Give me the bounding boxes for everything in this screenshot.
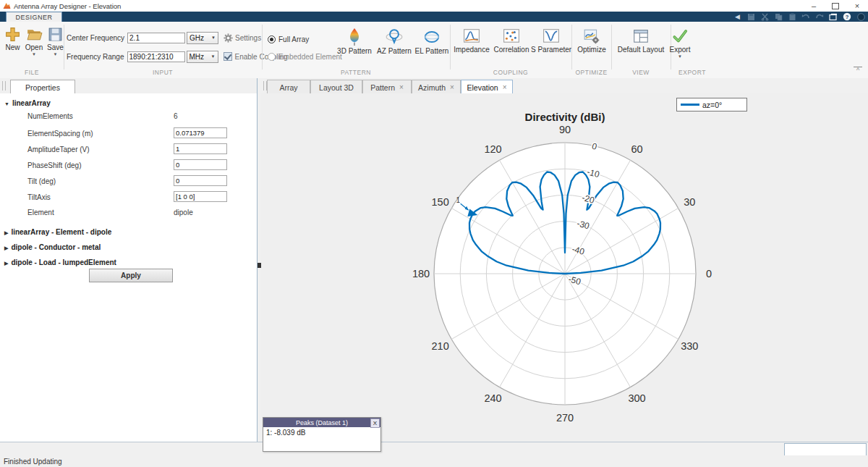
frequency-range-input[interactable] — [127, 51, 185, 62]
correlation-label: Correlation — [492, 46, 531, 54]
embedded-element-label: Embedded Element — [278, 53, 342, 61]
el-pattern-button[interactable]: EL Pattern — [414, 28, 450, 55]
impedance-button[interactable]: Impedance — [453, 28, 490, 54]
close-icon[interactable]: × — [399, 83, 404, 91]
qa-save-icon[interactable] — [746, 13, 755, 21]
qa-copy-icon[interactable] — [774, 13, 783, 21]
impedance-label: Impedance — [453, 46, 490, 54]
polar-plot[interactable]: 103060901201501802102402703003300-10-20-… — [261, 93, 868, 442]
default-layout-button[interactable]: Default Layout — [613, 28, 668, 54]
default-layout-label: Default Layout — [613, 46, 668, 54]
3d-pattern-label: 3D Pattern — [334, 47, 375, 55]
qa-undo-icon[interactable] — [801, 13, 810, 21]
new-button[interactable]: New — [3, 26, 22, 51]
correlation-button[interactable]: Correlation — [492, 28, 531, 54]
center-frequency-input[interactable] — [127, 33, 185, 43]
app-window: Antenna Array Designer - Elevation – × D… — [0, 0, 868, 467]
frequency-range-unit: MHz — [190, 53, 205, 61]
section-divider — [262, 25, 263, 70]
panel-grip[interactable] — [2, 81, 6, 91]
section-input: INPUT — [64, 69, 262, 77]
peaks-close-button[interactable]: X — [370, 418, 380, 428]
maximize-button[interactable] — [825, 0, 846, 12]
angular-tick-label: 0 — [706, 268, 712, 279]
prop-input-tiltaxis[interactable] — [174, 191, 227, 202]
collapse-ribbon-icon[interactable]: ^ — [854, 67, 862, 75]
prop-label-tiltaxis: TiltAxis — [27, 193, 51, 201]
3d-pattern-button[interactable]: 3D Pattern — [334, 28, 375, 55]
expanded-icon: ▼ — [4, 101, 9, 106]
settings-button[interactable]: Settings — [224, 33, 261, 43]
az-pattern-icon — [386, 28, 403, 46]
export-dropdown-icon[interactable]: ▼ — [663, 54, 697, 59]
tab-azimuth[interactable]: Azimuth× — [412, 80, 461, 94]
angular-tick-label: 240 — [484, 392, 501, 404]
close-button[interactable]: × — [846, 0, 868, 12]
close-icon[interactable]: × — [503, 83, 507, 91]
status-text: Finished Updating — [4, 458, 62, 466]
full-array-label: Full Array — [278, 35, 309, 43]
frequency-range-unit-select[interactable]: MHz▼ — [187, 51, 218, 63]
az-pattern-button[interactable]: AZ Pattern — [375, 28, 414, 55]
default-layout-icon — [632, 28, 650, 45]
qa-paste-icon[interactable] — [788, 13, 796, 21]
group-element-dipole[interactable]: ▶linearArray - Element - dipole — [4, 228, 111, 236]
prop-input-tilt[interactable] — [174, 175, 227, 186]
qa-resources-icon[interactable] — [856, 13, 865, 21]
section-divider — [64, 25, 64, 70]
apply-button[interactable]: Apply — [89, 269, 173, 282]
s-parameter-button[interactable]: S Parameter — [531, 28, 571, 54]
full-array-radio[interactable]: Full Array — [268, 33, 309, 45]
save-button[interactable]: Save ▼ — [46, 26, 65, 56]
prop-label-numelements: NumElements — [27, 112, 73, 120]
radio-unselected-icon — [268, 53, 276, 61]
section-view: VIEW — [611, 69, 671, 77]
group-conductor-metal[interactable]: ▶dipole - Conductor - metal — [4, 243, 101, 251]
qa-layout-icon[interactable] — [829, 13, 838, 21]
open-button[interactable]: Open ▼ — [24, 26, 44, 56]
qa-redo-icon[interactable] — [815, 13, 824, 21]
tab-properties[interactable]: Properties — [10, 80, 75, 94]
open-icon — [26, 26, 43, 43]
legend[interactable]: az=0° — [676, 98, 747, 112]
optimize-icon — [583, 28, 600, 45]
prop-input-phaseshift[interactable] — [174, 159, 227, 170]
prop-label-amplitudetaper: AmplitudeTaper (V) — [27, 146, 90, 153]
properties-tab-bar: Properties — [0, 78, 257, 94]
tab-elevation[interactable]: Elevation× — [461, 80, 513, 94]
qa-chevron-icon[interactable]: ◀ — [735, 13, 740, 20]
tab-array[interactable]: Array — [267, 80, 310, 94]
prop-input-amplitudetaper[interactable] — [174, 143, 227, 154]
section-divider — [611, 25, 612, 70]
maximize-icon — [832, 3, 839, 9]
peaks-panel[interactable]: Peaks (Dataset 1) X 1: -8.039 dB — [263, 417, 381, 452]
title-bar: Antenna Array Designer - Elevation – × — [0, 0, 868, 12]
qa-help-icon[interactable]: ? — [843, 13, 851, 21]
tab-designer[interactable]: DESIGNER — [6, 12, 62, 22]
prop-label-tilt: Tilt (deg) — [27, 177, 56, 185]
peaks-header[interactable]: Peaks (Dataset 1) X — [263, 418, 380, 427]
export-label: Export — [663, 46, 697, 54]
lineararray-section-header[interactable]: ▼linearArray — [4, 99, 51, 107]
checkbox-checked-icon — [224, 52, 232, 61]
tab-pattern[interactable]: Pattern× — [362, 80, 412, 94]
center-frequency-unit-select[interactable]: GHz▼ — [187, 32, 218, 44]
save-dropdown-icon[interactable]: ▼ — [46, 52, 65, 56]
qa-cut-icon[interactable] — [760, 13, 769, 21]
group-load-lumpedelement[interactable]: ▶dipole - Load - lumpedElement — [4, 258, 116, 266]
gear-icon — [224, 33, 233, 43]
close-icon[interactable]: × — [450, 83, 454, 91]
collapsed-icon: ▶ — [4, 230, 8, 235]
s-parameter-icon — [542, 28, 560, 45]
polar-figure: 103060901201501802102402703003300-10-20-… — [261, 93, 868, 442]
matlab-logo-icon — [3, 2, 11, 9]
embedded-element-radio[interactable]: Embedded Element — [268, 51, 342, 62]
minimize-button[interactable]: – — [803, 0, 825, 12]
tab-layout-3d[interactable]: Layout 3D — [310, 80, 362, 94]
open-dropdown-icon[interactable]: ▼ — [24, 52, 44, 56]
settings-label: Settings — [235, 34, 261, 42]
prop-input-elementspacing[interactable] — [174, 127, 227, 138]
export-button[interactable]: Export ▼ — [663, 28, 697, 59]
ribbon-tab-strip: DESIGNER ◀ ? — [0, 12, 868, 22]
optimize-button[interactable]: Optimize — [574, 28, 609, 54]
